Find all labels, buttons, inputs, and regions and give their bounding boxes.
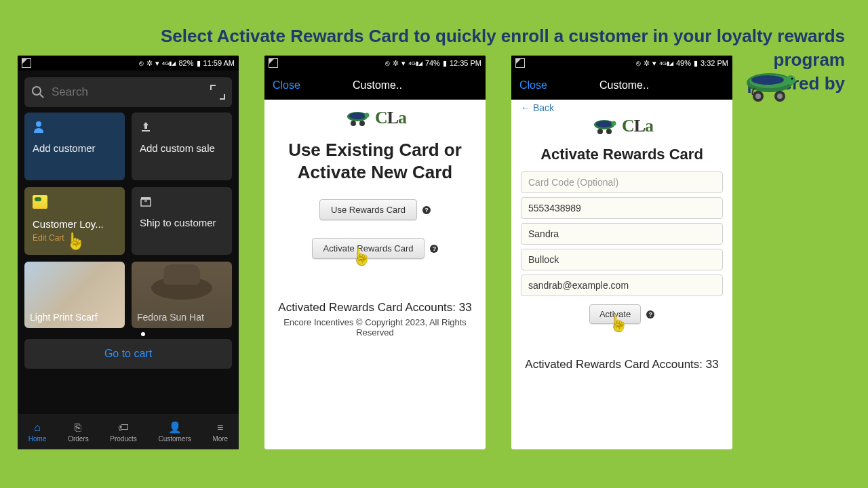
webview-header: Close Custome.. [511,70,732,100]
turtle-logo-icon [732,68,807,105]
clock-text: 3:32 PM [701,59,728,67]
go-to-cart-button[interactable]: Go to cart [24,339,232,369]
help-icon[interactable]: ? [430,245,438,253]
cast-icon: ⎋ [385,59,390,67]
cla-logo: CLa [344,108,406,128]
customer-loyalty-tile[interactable]: Customer Loy... Edit Cart [24,187,125,255]
status-bar: ⎋ ✲ ▾ 4G▮◢ 82% ▮ 11:59 AM [18,56,239,70]
svg-point-9 [33,87,41,95]
tile-label: Customer Loy... [33,218,117,230]
product-hat[interactable]: Fedora Sun Hat 9 variants [132,262,232,328]
battery-text: 82% [178,59,193,67]
menu-icon: ≡ [217,422,223,434]
back-link[interactable]: ← Back [521,102,554,113]
barcode-scan-icon[interactable] [210,85,225,100]
status-bar: ⎋ ✲ ▾ 4G▮◢ 74% ▮ 12:35 PM [264,56,486,70]
flipboard-icon [22,58,31,68]
svg-point-11 [36,121,41,127]
svg-point-2 [751,75,784,85]
help-icon[interactable]: ? [422,206,431,214]
bottom-nav: ⌂Home ⎘Orders 🏷Products 👤Customers ≡More [18,414,239,449]
svg-point-17 [349,113,366,119]
network-icon: 4G▮◢ [659,60,673,66]
svg-point-20 [359,121,365,126]
phone-pos-screen: ⎋ ✲ ▾ 4G▮◢ 82% ▮ 11:59 AM Add customer [18,56,239,449]
accounts-line: Activated Rewards Card Accounts: 33 [525,358,718,371]
activate-rewards-card-button[interactable]: Activate Rewards Card [312,238,425,259]
shipping-box-icon [140,195,224,207]
orders-icon: ⎘ [75,422,81,434]
svg-point-22 [596,121,612,127]
nav-customers[interactable]: 👤Customers [158,421,191,443]
svg-point-19 [351,121,356,126]
nav-more[interactable]: ≡More [212,422,228,443]
home-icon: ⌂ [34,422,41,434]
cla-text-icon: CLa [622,116,653,136]
wifi-icon: ▾ [155,59,159,68]
bluetooth-icon: ✲ [393,59,399,68]
nav-products[interactable]: 🏷Products [110,422,136,443]
clock-text: 12:35 PM [450,59,481,67]
product-label: Light Print Scarf [30,312,98,323]
use-rewards-card-button[interactable]: Use Rewards Card [319,199,417,220]
add-customer-tile[interactable]: Add customer [24,113,125,180]
battery-text: 49% [676,59,691,67]
button-label: Go to cart [104,348,152,360]
last-name-input[interactable] [521,249,723,270]
choose-card-heading: Use Existing Card or Activate New Card [274,139,476,183]
webview-header: Close Custome.. [264,70,486,100]
webview-title: Custome.. [277,79,477,92]
cast-icon: ⎋ [636,59,641,67]
product-scarf[interactable]: Light Print Scarf [24,262,125,328]
status-bar: ⎋ ✲ ▾ 4G▮◢ 49% ▮ 3:32 PM [511,56,732,70]
nav-home[interactable]: ⌂Home [28,422,47,443]
activate-button[interactable]: Activate [589,304,641,324]
network-icon: 4G▮◢ [408,60,422,66]
ship-to-customer-tile[interactable]: Ship to customer [132,187,232,255]
webview-title: Custome.. [524,79,724,92]
svg-point-25 [606,129,612,134]
cla-logo: CLa [591,116,653,136]
battery-text: 74% [425,59,440,67]
battery-icon: ▮ [443,59,447,68]
clock-text: 11:59 AM [203,59,235,67]
battery-icon: ▮ [694,59,698,68]
help-icon[interactable]: ? [646,310,654,319]
phone-activate-form-screen: ⎋ ✲ ▾ 4G▮◢ 49% ▮ 3:32 PM Close Custome..… [511,56,732,449]
svg-rect-14 [141,197,151,199]
tile-label: Add custom sale [140,142,224,155]
product-label: Fedora Sun Hat [137,312,204,323]
nav-orders[interactable]: ⎘Orders [68,422,89,443]
email-input[interactable] [521,274,723,296]
add-custom-sale-tile[interactable]: Add custom sale [132,113,232,180]
person-icon: 👤 [168,421,182,434]
accounts-count: 33 [459,301,472,314]
first-name-input[interactable] [521,223,723,245]
svg-rect-15 [144,200,147,202]
turtle-icon [344,109,372,127]
bluetooth-icon: ✲ [644,59,650,68]
network-icon: 4G▮◢ [162,60,176,66]
phone-input[interactable] [521,197,723,219]
person-icon [33,121,117,133]
cla-text-icon: CLa [375,108,406,128]
tile-label: Ship to customer [140,217,224,229]
cast-icon: ⎋ [139,59,144,67]
search-bar[interactable] [24,77,232,107]
svg-rect-12 [142,130,150,131]
svg-point-18 [364,113,369,118]
flipboard-icon [269,58,278,68]
svg-point-8 [777,94,783,99]
search-input[interactable] [52,85,203,99]
card-code-input[interactable] [521,171,723,193]
phone-choose-card-screen: ⎋ ✲ ▾ 4G▮◢ 74% ▮ 12:35 PM Close Custome.… [264,56,486,449]
tile-label: Add customer [33,142,117,155]
svg-line-10 [40,94,43,98]
svg-point-6 [755,94,761,99]
battery-icon: ▮ [197,59,201,68]
svg-point-23 [611,121,616,126]
edit-cart-text: Edit Cart [33,233,117,243]
page-indicator-dot [141,332,145,336]
loyalty-app-icon [33,195,47,209]
svg-point-3 [786,75,795,85]
